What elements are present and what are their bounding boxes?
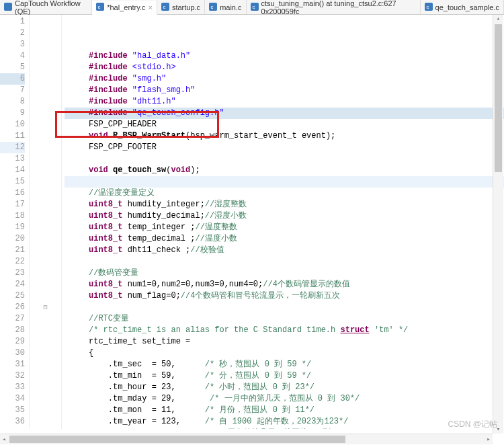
line-number: 33: [0, 382, 25, 393]
line-number: 8: [0, 96, 25, 108]
fold-marker: [30, 142, 61, 153]
editor-area: 1234567891011121314151617181920212223242…: [0, 15, 504, 429]
token-comment: /* 自 1900 起的年数，2023为123*/: [205, 417, 349, 426]
token-func: qe_touch_sw: [113, 165, 166, 175]
tab-label: CapTouch Workflow (QE): [15, 0, 87, 15]
tab-ctsu-tuning-main-at-tuning-ctsu2-c-627-0x200059fc[interactable]: cctsu_tuning_main() at tuning_ctsu2.c:62…: [247, 0, 421, 14]
tab-startup-c[interactable]: cstartup.c: [157, 0, 205, 14]
code-line[interactable]: [65, 176, 504, 188]
code-line[interactable]: //RTC变量: [65, 313, 504, 325]
code-line[interactable]: uint8_t temp_integer ;//温度整数: [65, 222, 504, 233]
token-kw-prep: #include: [89, 108, 132, 118]
svg-text:c: c: [211, 4, 214, 10]
code-line[interactable]: .tm_mday = 29, /* 一月中的第几天，范围从 0 到 30*/: [65, 393, 504, 405]
code-area[interactable]: #include "hal_data.h" #include <stdio.h>…: [62, 15, 504, 429]
code-line[interactable]: #include "smg.h": [65, 73, 504, 85]
token-txt: dht11_check ;: [122, 245, 190, 255]
token-kw-type: uint8_t: [89, 291, 122, 300]
token-kw-type: uint8_t: [89, 200, 122, 209]
fold-marker: [30, 256, 61, 268]
token-comment: //校验值: [190, 245, 224, 255]
token-txt: .tm_mday = 29,: [89, 394, 210, 403]
code-line[interactable]: void R_BSP_WarmStart(bsp_warm_start_even…: [65, 130, 504, 142]
code-line[interactable]: [65, 302, 504, 313]
token-comment: /* 小时，范围从 0 到 23*/: [205, 382, 314, 392]
tab-qe-touch-sample-c[interactable]: cqe_touch_sample.c: [421, 0, 504, 14]
code-line[interactable]: {: [65, 348, 504, 359]
code-line[interactable]: uint8_t temp_decimal ;//温度小数: [65, 233, 504, 245]
code-line[interactable]: rtc_time_t set_time =: [65, 336, 504, 348]
code-line[interactable]: void qe_touch_sw(void);: [65, 165, 504, 176]
vertical-scroll-thumb[interactable]: [495, 24, 502, 172]
code-line[interactable]: /* rtc_time_t is an alias for the C Stan…: [65, 325, 504, 336]
code-line[interactable]: uint8_t num1=0,num2=0,num3=0,num4=0;//4个…: [65, 279, 504, 290]
line-number: 32: [0, 370, 25, 382]
code-line[interactable]: FSP_CPP_FOOTER: [65, 142, 504, 153]
line-number: 16: [0, 188, 25, 199]
scroll-left-arrow[interactable]: ◂: [0, 434, 8, 444]
code-line[interactable]: uint8_t num_flag=0;//4个数码管和冒号轮流显示，一轮刷新五次: [65, 290, 504, 302]
fold-marker: [30, 165, 61, 176]
token-comment: /* 分，范围从 0 到 59 */: [205, 371, 311, 380]
code-line[interactable]: FSP_CPP_HEADER: [65, 119, 504, 130]
horizontal-scrollbar[interactable]: ◂ ▸: [0, 434, 493, 444]
tab-main-c[interactable]: cmain.c: [205, 0, 246, 14]
c-file-icon: c: [161, 3, 169, 12]
token-comment: //数码管变量: [89, 268, 138, 278]
token-comment: //4个数码管和冒号轮流显示，一轮刷新五次: [181, 291, 341, 300]
token-kw-prep: #include: [89, 74, 132, 83]
token-kw-type: uint8_t: [89, 211, 122, 220]
code-line[interactable]: [65, 256, 504, 268]
line-number: 25: [0, 290, 25, 302]
code-line[interactable]: uint8_t humdity_integer;//湿度整数: [65, 199, 504, 210]
line-number: 36: [0, 416, 25, 428]
fold-marker: [30, 279, 61, 290]
code-line[interactable]: //温湿度变量定义: [65, 188, 504, 199]
token-kw-prep: #include: [89, 51, 132, 60]
code-line[interactable]: #include "dht11.h": [65, 96, 504, 108]
scroll-down-arrow[interactable]: ▾: [493, 426, 503, 434]
code-line[interactable]: .tm_hour = 23, /* 小时，范围从 0 到 23*/: [65, 382, 504, 393]
token-kw-void: void: [89, 131, 113, 140]
code-line[interactable]: .tm_min = 59, /* 分，范围从 0 到 59 */: [65, 370, 504, 382]
token-hdr: "qe_touch_config.h": [132, 108, 224, 118]
code-line[interactable]: uint8_t humdity_decimal;//湿度小数: [65, 210, 504, 222]
token-txt: .tm_hour = 23,: [89, 382, 205, 392]
token-txt: temp_integer ;: [122, 222, 195, 232]
fold-marker[interactable]: ⊟: [30, 302, 61, 313]
scroll-up-arrow[interactable]: ▴: [493, 15, 503, 23]
line-number: 28: [0, 325, 25, 336]
token-txt: .tm_mon = 11,: [89, 405, 205, 415]
token-txt: .tm_year = 123,: [89, 417, 205, 426]
code-line[interactable]: .tm_wday = 6, /* 一周中的第几天，范围从 0 到 6*/: [65, 428, 504, 429]
fold-marker: [30, 85, 61, 96]
tab--hal-entry-c[interactable]: c*hal_entry.c×: [92, 1, 157, 15]
fold-marker: [30, 176, 61, 188]
fold-marker: [30, 336, 61, 348]
code-line[interactable]: //数码管变量: [65, 268, 504, 279]
token-kw-type: uint8_t: [89, 234, 122, 243]
vertical-scrollbar[interactable]: ▴ ▾: [493, 15, 503, 434]
token-comment: /* 月份，范围从 0 到 11*/: [205, 405, 314, 415]
code-line[interactable]: #include "flash_smg.h": [65, 85, 504, 96]
code-line[interactable]: #include "hal_data.h": [65, 50, 504, 62]
token-kw-type: uint8_t: [89, 280, 122, 289]
tab-captouch-workflow-qe-[interactable]: CapTouch Workflow (QE): [0, 0, 92, 14]
code-line[interactable]: .tm_year = 123, /* 自 1900 起的年数，2023为123*…: [65, 416, 504, 428]
folder-icon: [4, 3, 12, 12]
code-line[interactable]: .tm_mon = 11, /* 月份，范围从 0 到 11*/: [65, 405, 504, 416]
horizontal-scroll-thumb[interactable]: [9, 436, 345, 443]
code-line[interactable]: #include <stdio.h>: [65, 62, 504, 73]
code-line[interactable]: uint8_t dht11_check ;//校验值: [65, 245, 504, 256]
code-line[interactable]: [65, 153, 504, 165]
scroll-right-arrow[interactable]: ▸: [485, 434, 493, 444]
code-line[interactable]: #include "qe_touch_config.h": [65, 108, 504, 119]
token-comment: //温度整数: [195, 222, 237, 232]
line-number: 23: [0, 268, 25, 279]
tab-label: ctsu_tuning_main() at tuning_ctsu2.c:627…: [261, 0, 416, 15]
tab-label: *hal_entry.c: [107, 3, 145, 11]
token-txt: rtc_time_t set_time =: [89, 337, 190, 346]
token-txt: num1=0,num2=0,num3=0,num4=0;: [122, 280, 263, 289]
code-line[interactable]: .tm_sec = 50, /* 秒，范围从 0 到 59 */: [65, 359, 504, 370]
close-icon[interactable]: ×: [149, 3, 153, 11]
